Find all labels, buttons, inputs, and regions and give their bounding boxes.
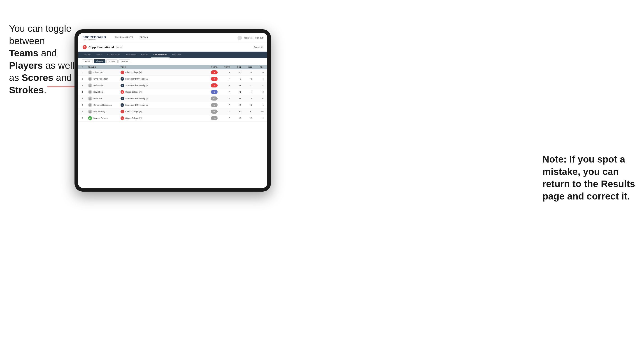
rd2-6: +2 <box>242 104 252 106</box>
thru-5: F <box>218 97 230 100</box>
col-rd1: RD1 <box>231 66 241 68</box>
thru-2: F <box>218 78 230 80</box>
col-rd3: RD3 <box>253 66 264 68</box>
rank-5: 5 <box>82 97 87 100</box>
total-5: +1 <box>204 96 218 101</box>
sign-out-link[interactable]: Sign out <box>255 37 263 39</box>
rd2-2: +5 <box>242 78 252 80</box>
rank-2: 2 <box>82 78 87 80</box>
team-logo-3: S <box>120 84 124 87</box>
cancel-button[interactable]: Cancel ✕ <box>254 46 263 48</box>
thru-7: F <box>218 110 230 113</box>
rank-1: 1 <box>82 71 87 73</box>
toggle-strokes-button[interactable]: Strokes <box>118 59 130 63</box>
total-2: -4 <box>204 77 218 81</box>
user-name: Test User | <box>244 37 254 39</box>
team-logo-5: S <box>120 97 124 100</box>
player-6: Cameron Robertson <box>88 103 120 107</box>
tab-details[interactable]: Details <box>82 52 94 58</box>
total-1: -8 <box>204 70 218 74</box>
table-row: 7 Blair McHarg C Clippd College [A] +6 F… <box>78 108 267 115</box>
team-4: C Clippd College [A] <box>120 90 166 94</box>
avatar-6 <box>88 103 92 107</box>
rd2-7: +1 <box>242 110 252 113</box>
rd1-5: +1 <box>231 97 241 100</box>
rd2-5: E <box>242 97 252 100</box>
tournament-header: C Clippd Invitational (Men) Cancel ✕ <box>78 43 267 52</box>
team-logo-4: C <box>120 90 124 94</box>
rd3-2: -4 <box>253 78 264 80</box>
tab-bar: Details Teams Course Setup Tee Groups Re… <box>78 52 267 58</box>
col-player: PLAYER <box>88 66 120 68</box>
sub-toggle-bar: Teams Players Scores Strokes <box>78 58 267 65</box>
tab-course-setup[interactable]: Course Setup <box>105 52 122 58</box>
tab-teams[interactable]: Teams <box>94 52 105 58</box>
thru-3: F <box>218 84 230 87</box>
col-rank: # <box>82 66 87 68</box>
rd3-6: -1 <box>253 104 264 106</box>
team-7: C Clippd College [A] <box>120 110 166 113</box>
tablet-screen: SCOREBOARD Powered by clippd TOURNAMENTS… <box>78 33 267 188</box>
toggle-scores-button[interactable]: Scores <box>106 59 118 63</box>
team-3: S Scoreboard University [A] <box>120 84 166 87</box>
rd1-4: +1 <box>231 91 241 93</box>
col-rd2: RD2 <box>242 66 252 68</box>
rd3-4: +3 <box>253 91 264 93</box>
rank-8: 8 <box>82 117 87 119</box>
team-logo-1: C <box>120 71 124 74</box>
rd3-1: -5 <box>253 71 264 73</box>
tab-tee-groups[interactable]: Tee Groups <box>122 52 138 58</box>
rd3-8: +2 <box>253 117 264 119</box>
tab-results[interactable]: Results <box>138 52 151 58</box>
team-5: S Scoreboard University [A] <box>120 97 166 100</box>
nav-teams[interactable]: TEAMS <box>136 33 151 43</box>
player-1: Elliot Ebert <box>88 70 120 74</box>
tab-printables[interactable]: Printables <box>170 52 184 58</box>
rd1-2: -5 <box>231 78 241 80</box>
col-thru: THRU <box>218 66 230 68</box>
col-spacer <box>166 66 203 68</box>
thru-1: F <box>218 71 230 73</box>
player-8: MT Marcus Turners <box>88 116 120 120</box>
table-row: 2 Chris Robertson S Scoreboard Universit… <box>78 76 267 82</box>
team-1: C Clippd College [A] <box>120 71 166 74</box>
table-row: 6 Cameron Robertson S Scoreboard Univers… <box>78 102 267 108</box>
avatar-5 <box>88 96 92 101</box>
thru-8: F <box>218 117 230 119</box>
rd1-7: +2 <box>231 110 241 113</box>
rd1-6: +5 <box>231 104 241 106</box>
rd1-8: +2 <box>231 117 241 119</box>
total-4: E <box>204 90 218 94</box>
tournament-name: C Clippd Invitational (Men) <box>82 45 122 49</box>
team-6: S Scoreboard University [A] <box>120 103 166 107</box>
leaderboard-table: # PLAYER TEAM TOTAL THRU RD1 RD2 RD3 1 E… <box>78 65 267 188</box>
player-4: David Ford <box>88 90 120 94</box>
total-7: +6 <box>204 110 218 114</box>
avatar-7 <box>88 110 92 114</box>
rank-4: 4 <box>82 91 87 93</box>
toggle-teams-button[interactable]: Teams <box>82 59 93 63</box>
team-8: C Clippd College [A] <box>120 116 166 120</box>
right-annotation: Note: If you spot a mistake, you can ret… <box>542 153 637 202</box>
table-row: 8 MT Marcus Turners C Clippd College [A]… <box>78 115 267 122</box>
table-row: 5 Rees Britt S Scoreboard University [A]… <box>78 95 267 102</box>
player-5: Rees Britt <box>88 96 120 101</box>
nav-tournaments[interactable]: TOURNAMENTS <box>112 33 136 43</box>
table-row: 1 Elliot Ebert C Clippd College [A] -8 F… <box>78 69 267 76</box>
close-icon: ✕ <box>261 46 263 48</box>
rd1-3: +1 <box>231 84 241 87</box>
tournament-title: Clippd Invitational <box>88 45 114 49</box>
avatar-8: MT <box>88 116 92 120</box>
toggle-players-button[interactable]: Players <box>94 59 106 63</box>
user-avatar <box>238 36 242 40</box>
col-total: TOTAL <box>204 66 218 68</box>
team-2: S Scoreboard University [A] <box>120 77 166 81</box>
nav-links: TOURNAMENTS TEAMS <box>112 33 238 43</box>
rd2-8: +7 <box>242 117 252 119</box>
tournament-gender: (Men) <box>116 46 122 48</box>
user-area: Test User | Sign out <box>238 36 263 40</box>
tab-leaderboards[interactable]: Leaderboards <box>151 52 170 58</box>
thru-4: F <box>218 91 230 93</box>
table-row: 4 David Ford C Clippd College [A] E F +1… <box>78 89 267 95</box>
rd2-4: -4 <box>242 91 252 93</box>
